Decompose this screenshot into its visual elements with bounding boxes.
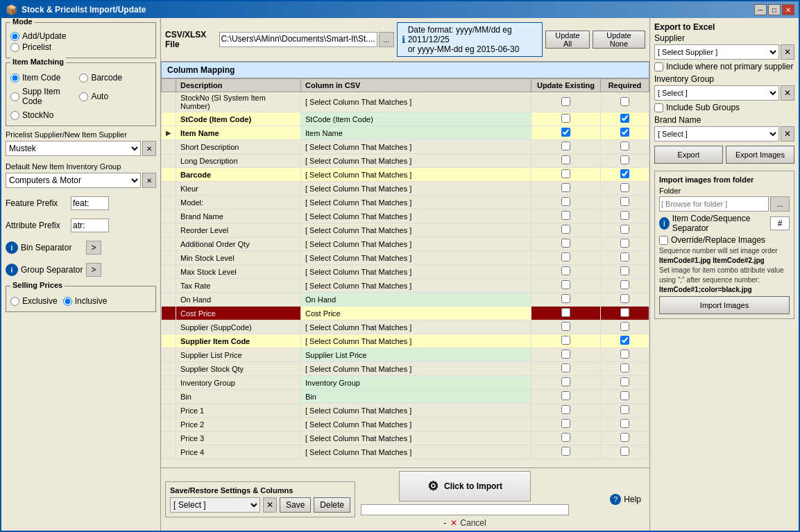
row-update-cell[interactable] [531,126,601,140]
import-images-button[interactable]: Import Images [659,296,790,314]
row-update-cell[interactable] [531,140,601,154]
group-separator-button[interactable]: > [86,263,101,277]
required-checkbox[interactable] [620,391,629,400]
row-update-cell[interactable] [531,112,601,126]
update-checkbox[interactable] [561,97,570,106]
table-row[interactable]: Min Stock Level[ Select Column That Matc… [162,251,649,265]
row-required-cell[interactable] [601,126,649,140]
update-checkbox[interactable] [561,363,570,372]
table-row[interactable]: Max Stock Level[ Select Column That Matc… [162,265,649,279]
table-row[interactable]: Cost PriceCost Price [162,307,649,320]
barcode-radio[interactable] [79,74,88,83]
help-button[interactable]: ? Help [610,494,641,505]
table-row[interactable]: Model:[ Select Column That Matches ] [162,196,649,209]
update-checkbox[interactable] [561,433,570,442]
required-checkbox[interactable] [620,197,629,206]
row-update-cell[interactable] [531,92,601,112]
row-required-cell[interactable] [601,320,649,334]
update-checkbox[interactable] [561,405,570,414]
update-all-button[interactable]: Update All [545,31,590,49]
row-update-cell[interactable] [531,168,601,182]
default-inventory-select[interactable]: Computers & Motor [6,173,141,188]
row-update-cell[interactable] [531,182,601,196]
row-update-cell[interactable] [531,334,601,348]
row-required-cell[interactable] [601,182,649,196]
update-checkbox[interactable] [561,377,570,386]
update-checkbox[interactable] [561,239,570,248]
required-checkbox[interactable] [620,155,629,164]
row-required-cell[interactable] [601,307,649,320]
update-checkbox[interactable] [561,252,570,261]
pricelist-supplier-clear-button[interactable]: ✕ [142,141,156,156]
row-update-cell[interactable] [531,445,601,459]
row-required-cell[interactable] [601,390,649,404]
required-checkbox[interactable] [620,363,629,372]
folder-input[interactable] [659,196,769,212]
update-checkbox[interactable] [561,128,570,137]
save-restore-select[interactable]: [ Select ] [170,497,260,513]
required-checkbox[interactable] [620,377,629,386]
default-inventory-clear-button[interactable]: ✕ [142,173,156,188]
table-row[interactable]: Supplier Item Code[ Select Column That M… [162,334,649,348]
row-update-cell[interactable] [531,404,601,418]
table-row[interactable]: Long Description[ Select Column That Mat… [162,154,649,168]
row-required-cell[interactable] [601,168,649,182]
row-required-cell[interactable] [601,265,649,279]
update-checkbox[interactable] [561,391,570,400]
row-required-cell[interactable] [601,112,649,126]
export-button[interactable]: Export [654,146,723,164]
row-required-cell[interactable] [601,196,649,209]
delete-button[interactable]: Delete [314,497,350,513]
required-checkbox[interactable] [620,211,629,220]
bin-separator-button[interactable]: > [86,241,101,255]
override-check[interactable] [659,236,668,245]
required-checkbox[interactable] [620,322,629,331]
pricelist-supplier-select[interactable]: Mustek [6,141,141,156]
update-checkbox[interactable] [561,169,570,178]
attribute-prefix-input[interactable] [71,218,109,232]
table-row[interactable]: Barcode[ Select Column That Matches ] [162,168,649,182]
mode-pricelist-radio[interactable] [10,43,19,52]
row-update-cell[interactable] [531,209,601,223]
table-row[interactable]: Price 2[ Select Column That Matches ] [162,418,649,431]
save-restore-clear-button[interactable]: ✕ [263,497,277,513]
table-container[interactable]: Description Column in CSV Update Existin… [161,78,649,467]
table-row[interactable]: Supplier List PriceSupplier List Price [162,348,649,362]
table-row[interactable]: Brand Name[ Select Column That Matches ] [162,209,649,223]
required-checkbox[interactable] [620,169,629,178]
row-update-cell[interactable] [531,348,601,362]
row-required-cell[interactable] [601,209,649,223]
update-checkbox[interactable] [561,225,570,234]
auto-radio[interactable] [79,92,88,101]
row-required-cell[interactable] [601,237,649,251]
row-required-cell[interactable] [601,404,649,418]
row-required-cell[interactable] [601,251,649,265]
row-required-cell[interactable] [601,445,649,459]
inclusive-radio[interactable] [63,297,72,306]
import-button[interactable]: ⚙ Click to Import [399,471,531,501]
table-row[interactable]: StCode (Item Code)StCode (Item Code) [162,112,649,126]
row-update-cell[interactable] [531,265,601,279]
csv-browse-button[interactable]: ... [379,32,394,47]
required-checkbox[interactable] [620,114,629,123]
row-required-cell[interactable] [601,293,649,307]
update-checkbox[interactable] [561,447,570,456]
exclusive-radio[interactable] [10,297,19,306]
required-checkbox[interactable] [620,308,629,317]
update-checkbox[interactable] [561,322,570,331]
supplier-select[interactable]: [ Select Supplier ] [654,44,779,60]
include-not-primary-check[interactable] [654,62,663,71]
update-checkbox[interactable] [561,114,570,123]
table-row[interactable]: On HandOn Hand [162,293,649,307]
required-checkbox[interactable] [620,336,629,345]
folder-browse-button[interactable]: ... [770,196,790,212]
row-update-cell[interactable] [531,362,601,376]
required-checkbox[interactable] [620,239,629,248]
feature-prefix-input[interactable] [71,196,109,210]
table-row[interactable]: Reorder Level[ Select Column That Matche… [162,223,649,237]
stockno-radio[interactable] [10,111,19,120]
row-required-cell[interactable] [601,362,649,376]
row-required-cell[interactable] [601,431,649,445]
update-checkbox[interactable] [561,350,570,359]
row-update-cell[interactable] [531,431,601,445]
